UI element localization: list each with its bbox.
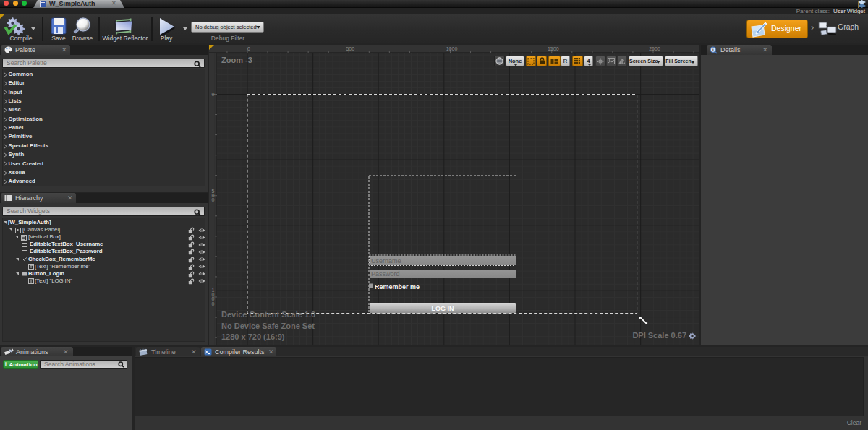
svg-text:500: 500	[346, 46, 354, 51]
svg-text:Remember me: Remember me	[375, 283, 420, 291]
svg-text:Password: Password	[371, 270, 400, 278]
svg-text:0: 0	[212, 301, 215, 306]
svg-text:0: 0	[247, 46, 250, 51]
svg-text:Username: Username	[371, 257, 401, 265]
svg-text:1000: 1000	[446, 46, 458, 51]
svg-text:0: 0	[212, 92, 215, 97]
svg-text:0: 0	[212, 197, 215, 202]
svg-text:LOG IN: LOG IN	[432, 305, 454, 312]
svg-text:2000: 2000	[649, 46, 660, 51]
svg-text:1500: 1500	[548, 46, 559, 51]
